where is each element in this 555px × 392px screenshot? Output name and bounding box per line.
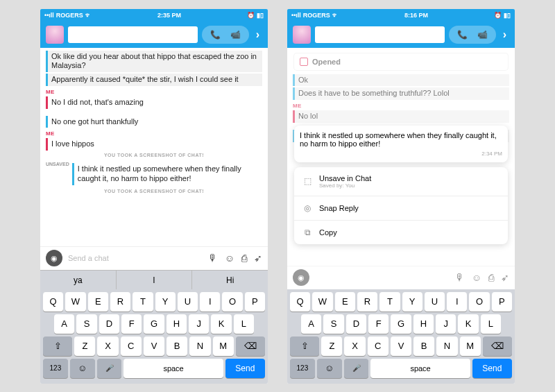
key-emoji[interactable]: ☺ <box>70 359 95 378</box>
opened-indicator[interactable]: Opened <box>294 53 508 70</box>
key-x[interactable]: X <box>97 336 118 356</box>
key-i[interactable]: I <box>200 292 220 312</box>
video-icon[interactable]: 📹 <box>230 30 241 40</box>
friend-name-box[interactable] <box>68 26 198 43</box>
key-h[interactable]: H <box>166 314 187 334</box>
key-b[interactable]: B <box>166 336 187 356</box>
key-r[interactable]: R <box>357 292 377 312</box>
key-t[interactable]: T <box>379 292 400 312</box>
key-123[interactable]: 123 <box>43 359 68 378</box>
key-shift[interactable]: ⇧ <box>43 336 72 356</box>
key-m[interactable]: M <box>460 336 481 356</box>
chevron-right-icon[interactable]: › <box>253 28 262 41</box>
key-c[interactable]: C <box>121 336 142 356</box>
key-z[interactable]: Z <box>321 336 342 356</box>
emoji-icon[interactable]: ☺ <box>472 272 481 283</box>
msg-friend[interactable]: Does it have to be something truthful?? … <box>293 87 509 100</box>
msg-friend[interactable]: Apparently it caused *quite* the stir, I… <box>46 74 262 86</box>
key-mic[interactable]: 🎤 <box>344 359 369 378</box>
key-o[interactable]: O <box>222 292 242 312</box>
key-y[interactable]: Y <box>402 292 422 312</box>
key-space[interactable]: space <box>370 359 470 378</box>
key-send[interactable]: Send <box>225 359 265 378</box>
key-shift[interactable]: ⇧ <box>290 336 319 356</box>
camera-button[interactable]: ◉ <box>46 250 62 266</box>
key-m[interactable]: M <box>213 336 234 356</box>
key-w[interactable]: W <box>312 292 332 312</box>
key-l[interactable]: L <box>234 314 254 334</box>
key-s[interactable]: S <box>323 314 343 334</box>
key-x[interactable]: X <box>344 336 365 356</box>
key-b[interactable]: B <box>413 336 434 356</box>
key-u[interactable]: U <box>178 292 198 312</box>
rocket-icon[interactable]: ➶ <box>254 253 262 264</box>
gallery-icon[interactable]: ⎙ <box>488 272 494 283</box>
avatar[interactable] <box>46 26 64 44</box>
key-d[interactable]: D <box>346 314 366 334</box>
key-w[interactable]: W <box>65 292 85 312</box>
key-z[interactable]: Z <box>74 336 95 356</box>
predict-word[interactable]: ya <box>40 271 117 289</box>
key-space[interactable]: space <box>123 359 223 378</box>
key-g[interactable]: G <box>144 314 164 334</box>
key-c[interactable]: C <box>368 336 388 356</box>
key-t[interactable]: T <box>133 292 153 312</box>
msg-me[interactable]: No I did not, that's amazing <box>46 96 262 109</box>
phone-icon[interactable]: 📞 <box>457 30 468 40</box>
key-o[interactable]: O <box>469 292 489 312</box>
key-i[interactable]: I <box>447 292 467 312</box>
key-k[interactable]: K <box>211 314 231 334</box>
key-g[interactable]: G <box>391 314 411 334</box>
key-n[interactable]: N <box>189 336 210 356</box>
chat-input[interactable]: Send a chat <box>68 254 203 262</box>
key-j[interactable]: J <box>189 314 209 334</box>
key-q[interactable]: Q <box>290 292 310 312</box>
key-y[interactable]: Y <box>155 292 176 312</box>
key-e[interactable]: E <box>335 292 355 312</box>
key-e[interactable]: E <box>88 292 108 312</box>
msg-friend[interactable]: No one got hurt thankfully <box>46 116 262 128</box>
menu-unsave[interactable]: ⬚ Unsave in Chat Saved by: You <box>294 167 508 196</box>
chevron-right-icon[interactable]: › <box>500 28 509 41</box>
msg-me[interactable]: I love hippos <box>46 138 262 151</box>
key-emoji[interactable]: ☺ <box>317 359 342 378</box>
gallery-icon[interactable]: ⎙ <box>241 253 247 264</box>
key-delete[interactable]: ⌫ <box>483 336 512 356</box>
key-l[interactable]: L <box>481 314 501 334</box>
key-s[interactable]: S <box>76 314 96 334</box>
key-k[interactable]: K <box>458 314 478 334</box>
key-delete[interactable]: ⌫ <box>236 336 265 356</box>
emoji-icon[interactable]: ☺ <box>225 253 234 264</box>
key-a[interactable]: A <box>301 314 321 334</box>
msg-friend[interactable]: I think it nestled up somewhere when the… <box>72 163 262 185</box>
key-q[interactable]: Q <box>43 292 63 312</box>
key-v[interactable]: V <box>391 336 411 356</box>
video-icon[interactable]: 📹 <box>477 30 488 40</box>
key-d[interactable]: D <box>99 314 119 334</box>
chat-scroll[interactable]: Ok like did you hear about that hippo th… <box>40 48 268 246</box>
key-mic[interactable]: 🎤 <box>97 359 122 378</box>
camera-button[interactable]: ◉ <box>293 269 309 286</box>
avatar[interactable] <box>293 26 311 44</box>
predict-word[interactable]: Hi <box>192 271 268 289</box>
key-r[interactable]: R <box>110 292 130 312</box>
msg-friend[interactable]: Ok <box>293 74 509 87</box>
key-a[interactable]: A <box>54 314 74 334</box>
mic-icon[interactable]: 🎙 <box>208 253 218 264</box>
key-f[interactable]: F <box>121 314 142 334</box>
mic-icon[interactable]: 🎙 <box>455 272 465 283</box>
key-j[interactable]: J <box>436 314 456 334</box>
predict-word[interactable]: I <box>117 271 193 289</box>
key-send[interactable]: Send <box>472 359 512 378</box>
key-f[interactable]: F <box>368 314 388 334</box>
phone-icon[interactable]: 📞 <box>210 30 221 40</box>
key-v[interactable]: V <box>144 336 164 356</box>
key-n[interactable]: N <box>436 336 457 356</box>
key-u[interactable]: U <box>425 292 445 312</box>
msg-friend[interactable]: Ok like did you hear about that hippo th… <box>46 51 262 73</box>
rocket-icon[interactable]: ➶ <box>501 272 509 283</box>
key-p[interactable]: P <box>492 292 512 312</box>
key-123[interactable]: 123 <box>290 359 315 378</box>
key-h[interactable]: H <box>413 314 434 334</box>
key-p[interactable]: P <box>245 292 265 312</box>
